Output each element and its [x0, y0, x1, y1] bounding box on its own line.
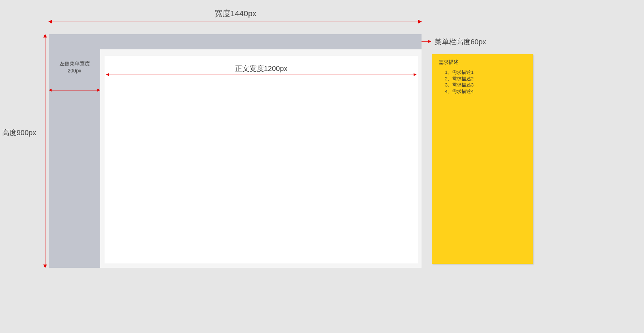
content-width-label: 正文宽度1200px	[105, 64, 418, 74]
note-item: 3、需求描述3	[445, 82, 526, 88]
content-dimension-line	[106, 75, 416, 75]
note-item: 1、需求描述1	[445, 69, 526, 76]
height-dimension-line	[45, 34, 45, 268]
sidebar-width-label-line2: 200px	[67, 68, 81, 74]
menubar-region	[49, 34, 422, 49]
total-width-label: 宽度1440px	[215, 8, 256, 19]
note-title: 需求描述	[438, 59, 526, 66]
menubar-dimension-arrow	[422, 41, 431, 42]
sidebar-dimension-line	[49, 90, 100, 90]
note-item: 2、需求描述2	[445, 76, 526, 82]
content-region: 正文宽度1200px	[105, 56, 418, 263]
requirements-note: 需求描述 1、需求描述1 2、需求描述2 3、需求描述3 4、需求描述4	[432, 54, 533, 264]
menubar-height-label: 菜单栏高度60px	[435, 37, 486, 47]
sidebar-width-label-line1: 左侧菜单宽度	[59, 61, 90, 66]
sidebar-region: 左侧菜单宽度 200px	[49, 49, 100, 268]
width-dimension-line	[49, 22, 422, 22]
sidebar-width-label: 左侧菜单宽度 200px	[49, 60, 100, 74]
note-item: 4、需求描述4	[445, 88, 526, 95]
total-height-label: 高度900px	[2, 128, 36, 138]
note-list: 1、需求描述1 2、需求描述2 3、需求描述3 4、需求描述4	[438, 69, 526, 94]
window-frame: 左侧菜单宽度 200px 正文宽度1200px	[49, 34, 422, 268]
